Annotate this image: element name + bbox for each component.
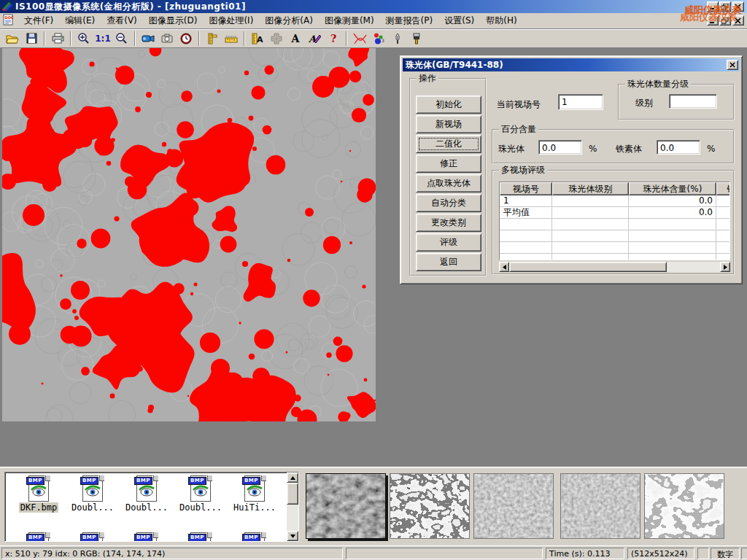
table-row[interactable]: 平均值 0.0 xyxy=(500,207,729,219)
bmp-file-icon: BMP xyxy=(26,475,51,502)
rating-table-body: 1 0.0 平均值 0.0 xyxy=(500,195,729,260)
file-item[interactable]: BMP HuiTi... xyxy=(228,475,281,513)
scroll-right-icon[interactable] xyxy=(720,262,730,272)
close-button[interactable] xyxy=(732,1,744,12)
timer-clock-icon[interactable] xyxy=(177,31,196,47)
menu-edit[interactable]: 编辑(E) xyxy=(59,12,101,29)
file-item[interactable]: BMP xyxy=(120,532,173,542)
menu-image-analysis[interactable]: 图像分析(A) xyxy=(259,12,319,29)
menu-image-measure[interactable]: 图像测量(M) xyxy=(319,12,380,29)
text-edit-icon[interactable]: A xyxy=(305,31,324,47)
current-view-input[interactable]: 1 xyxy=(558,94,603,110)
rate-button[interactable]: 评级 xyxy=(416,233,481,252)
scrollbar-thumb[interactable] xyxy=(509,262,667,272)
col-view-number[interactable]: 视场号 xyxy=(500,182,552,195)
print-icon[interactable] xyxy=(48,31,67,47)
thumbnail-1[interactable] xyxy=(306,473,386,539)
dialog-close-button[interactable] xyxy=(727,60,738,70)
text-label-icon[interactable]: A xyxy=(286,31,305,47)
menu-settings[interactable]: 设置(S) xyxy=(438,12,480,29)
return-button[interactable]: 返回 xyxy=(416,253,481,271)
ruler-measure-icon[interactable] xyxy=(222,31,241,47)
file-item[interactable]: BMP xyxy=(174,532,227,542)
cell-ferrite-content xyxy=(716,195,730,207)
mdi-minimize-button[interactable] xyxy=(707,15,719,26)
file-name[interactable]: Doubl... xyxy=(70,502,115,513)
menu-file[interactable]: 文件(F) xyxy=(18,12,59,29)
current-view-label: 当前视场号 xyxy=(497,98,541,111)
col-pearlite-content[interactable]: 珠光体含量(%) xyxy=(629,182,716,195)
table-horizontal-scrollbar[interactable] xyxy=(499,262,730,272)
help-icon[interactable]: ? xyxy=(324,31,343,47)
file-item[interactable]: BMP Doubl... xyxy=(174,475,227,513)
menu-report[interactable]: 测量报告(P) xyxy=(380,12,439,29)
col-pearlite-grade[interactable]: 珠光体级别 xyxy=(552,182,629,195)
file-browser[interactable]: BMP DKF.bmp BMP Doubl... BMP Doubl... BM… xyxy=(4,472,299,542)
auto-classify-button[interactable]: 自动分类 xyxy=(416,194,481,212)
file-item[interactable]: BMP DKF.bmp xyxy=(12,475,65,513)
rating-table-header: 视场号 珠光体级别 珠光体含量(%) 铁素体含量(%) xyxy=(500,182,729,195)
micrograph-image[interactable] xyxy=(2,48,376,421)
col-ferrite-content[interactable]: 铁素体含量(%) xyxy=(716,182,730,195)
status-time: Time (s): 0.113 xyxy=(546,548,624,559)
file-name[interactable]: DKF.bmp xyxy=(19,502,59,513)
thumbnail-2[interactable] xyxy=(390,473,470,539)
thumbnail-3[interactable] xyxy=(473,473,554,539)
pearlite-dialog: 珠光体(GB/T9441-88) 操作 初始化 新视场 二值化 修正 点取珠光体… xyxy=(400,55,743,284)
actual-size-icon[interactable]: 1:1 xyxy=(93,31,112,47)
file-name[interactable]: HuiTi... xyxy=(232,502,277,513)
thumbnail-4[interactable] xyxy=(560,473,640,539)
pearlite-percent-input[interactable]: 0.0 xyxy=(538,140,582,155)
scrollbar-thumb[interactable] xyxy=(287,483,298,505)
file-name[interactable]: Doubl... xyxy=(124,502,169,513)
file-name[interactable]: Doubl... xyxy=(178,502,223,513)
scrollbar-track xyxy=(667,262,720,272)
correct-button[interactable]: 修正 xyxy=(416,155,481,173)
camera-capture-icon[interactable] xyxy=(158,31,177,47)
scroll-up-icon[interactable] xyxy=(287,472,298,483)
mdi-close-button[interactable] xyxy=(732,15,744,26)
file-item[interactable]: BMP xyxy=(228,532,281,542)
file-item[interactable]: BMP Doubl... xyxy=(66,475,119,513)
file-list-scrollbar[interactable] xyxy=(287,472,298,541)
curve-tool-icon[interactable] xyxy=(350,31,369,47)
menu-image-display[interactable]: 图像显示(D) xyxy=(143,12,204,29)
menu-help[interactable]: 帮助(H) xyxy=(480,12,522,29)
scroll-left-icon[interactable] xyxy=(499,262,509,272)
file-item[interactable]: BMP xyxy=(66,532,119,542)
pick-pearlite-button[interactable]: 点取珠光体 xyxy=(416,174,481,192)
init-button[interactable]: 初始化 xyxy=(416,96,481,114)
table-row[interactable]: 1 0.0 xyxy=(500,195,729,207)
scale-calibrate-icon[interactable]: A xyxy=(248,31,267,47)
menu-bar: DOC 文件(F) 编辑(E) 查看(V) 图像显示(D) 图像处理(I) 图像… xyxy=(0,13,747,29)
thumbnail-5[interactable] xyxy=(644,473,724,539)
ferrite-percent-input[interactable]: 0.0 xyxy=(657,140,700,155)
zoom-out-icon[interactable] xyxy=(112,31,131,47)
caliper-measure-icon[interactable] xyxy=(203,31,222,47)
new-field-button[interactable]: 新视场 xyxy=(416,115,481,133)
grade-group-label: 珠光体数量分级 xyxy=(625,79,691,89)
mdi-restore-button[interactable] xyxy=(719,15,731,26)
minimize-button[interactable] xyxy=(707,1,719,12)
color-mark-icon[interactable]: 3 xyxy=(369,31,388,47)
dialog-title-bar[interactable]: 珠光体(GB/T9441-88) xyxy=(403,58,740,71)
restore-button[interactable] xyxy=(719,1,731,12)
file-item[interactable]: BMP xyxy=(12,532,65,542)
change-class-button[interactable]: 更改类别 xyxy=(416,214,481,232)
brush-tool-icon[interactable] xyxy=(407,31,426,47)
save-icon[interactable] xyxy=(22,31,41,47)
binarize-button[interactable]: 二值化 xyxy=(416,135,481,153)
open-file-icon[interactable] xyxy=(3,31,22,47)
video-capture-icon[interactable] xyxy=(139,31,158,47)
grid-merge-icon[interactable] xyxy=(267,31,286,47)
window-title: IS100显微摄像系统(金相分析版) - [zhuguangti01] xyxy=(15,1,246,13)
menu-image-process[interactable]: 图像处理(I) xyxy=(203,12,259,29)
pen-tool-icon[interactable] xyxy=(388,31,407,47)
status-empty-small xyxy=(697,548,709,559)
scroll-down-icon[interactable] xyxy=(287,531,298,541)
rating-table[interactable]: 视场号 珠光体级别 珠光体含量(%) 铁素体含量(%) 1 0.0 平均值 xyxy=(499,182,730,260)
grade-input[interactable] xyxy=(669,94,717,109)
file-item[interactable]: BMP Doubl... xyxy=(120,475,173,513)
menu-view[interactable]: 查看(V) xyxy=(101,12,143,29)
zoom-in-icon[interactable] xyxy=(74,31,93,47)
